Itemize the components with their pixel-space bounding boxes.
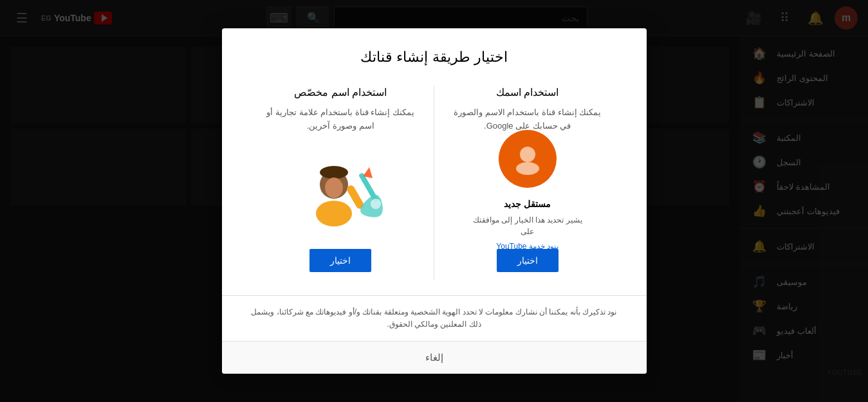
svg-point-3	[316, 201, 352, 226]
new-badge: مستقل جديد	[504, 199, 551, 209]
dialog-footer-note: نود تذكيرك بأنه يمكننا أن نشارك معلومات …	[222, 295, 647, 341]
custom-col-heading: استخدام اسم مخصّص	[294, 86, 387, 98]
dialog-overlay: اختيار طريقة إنشاء قناتك استخدام اسمك يم…	[0, 0, 868, 402]
create-channel-dialog: اختيار طريقة إنشاء قناتك استخدام اسمك يم…	[222, 28, 647, 374]
svg-point-10	[371, 199, 381, 209]
svg-point-2	[516, 162, 539, 175]
personal-col-note: يشير تحديد هذا الخيار إلى موافقتك على	[470, 214, 586, 237]
custom-illustration	[282, 146, 398, 236]
custom-choose-button[interactable]: اختيار	[309, 249, 371, 272]
svg-point-5	[320, 166, 348, 179]
svg-point-1	[520, 147, 535, 162]
personal-name-col: استخدام اسمك يمكنك إنشاء قناة باستخدام ا…	[434, 86, 621, 280]
custom-name-col: استخدام اسم مخصّص يمكنك إنشاء قناة باستخ…	[248, 86, 435, 280]
cancel-button[interactable]: إلغاء	[425, 352, 443, 363]
personal-illustration: مستقل جديد يشير تحديد هذا الخيار إلى موا…	[470, 146, 586, 236]
dialog-title: اختيار طريقة إنشاء قناتك	[248, 49, 621, 66]
svg-point-6	[325, 178, 343, 198]
personal-col-heading: استخدام اسمك	[496, 86, 559, 98]
personal-choose-button[interactable]: اختيار	[497, 249, 559, 272]
custom-col-desc: يمكنك إنشاء قناة باستخدام علامة تجارية أ…	[261, 106, 421, 133]
personal-col-desc: يمكنك إنشاء قناة باستخدام الاسم والصورة …	[447, 106, 608, 133]
dialog-cancel-row: إلغاء	[222, 341, 647, 374]
dialog-body: اختيار طريقة إنشاء قناتك استخدام اسمك يم…	[222, 28, 647, 295]
personal-avatar-circle	[499, 130, 557, 188]
dialog-columns: استخدام اسمك يمكنك إنشاء قناة باستخدام ا…	[248, 86, 621, 280]
